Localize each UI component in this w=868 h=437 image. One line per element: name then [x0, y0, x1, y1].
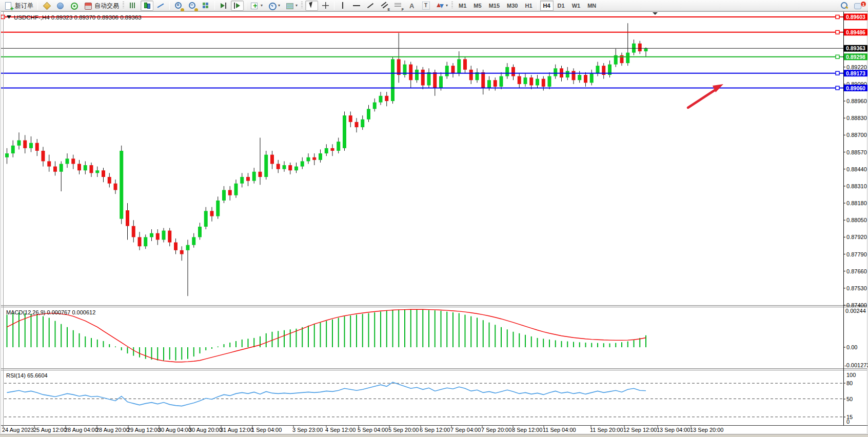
- timeframe-M1[interactable]: M1: [456, 1, 469, 11]
- price-badge-text: 0.89603: [846, 14, 865, 20]
- crosshair-button[interactable]: [319, 1, 332, 11]
- main-chart-pane[interactable]: [4, 12, 843, 305]
- notification-badge: 1: [860, 1, 866, 7]
- add-indicator-icon: [250, 2, 259, 10]
- new-order-button[interactable]: 新订单: [2, 1, 35, 11]
- zoom-in-button[interactable]: [172, 1, 185, 11]
- price-tick: 0.88310: [846, 183, 867, 189]
- price-tick: 0.87660: [846, 268, 867, 274]
- time-axis-label: 1 Sep 04:00: [251, 427, 282, 433]
- fibonacci-button[interactable]: [392, 1, 405, 11]
- price-badge-text: 0.89060: [846, 85, 865, 91]
- price-badge-0.89603: 0.89603: [844, 13, 867, 20]
- macd-axis-zero: 0.00: [846, 344, 857, 350]
- tile-windows-button[interactable]: [200, 1, 212, 11]
- price-tick: 0.87920: [846, 234, 867, 240]
- chart-window[interactable]: USDCHF-,H4 0.89323 0.89370 0.89306 0.893…: [0, 11, 868, 434]
- channel-button[interactable]: [378, 1, 391, 11]
- rsi-pane[interactable]: [4, 370, 843, 425]
- timeframe-H4[interactable]: H4: [540, 1, 554, 11]
- price-badge-0.89486: 0.89486: [844, 29, 867, 35]
- macd-pane[interactable]: [4, 307, 843, 368]
- cursor-button[interactable]: [305, 1, 318, 11]
- notifications-button[interactable]: 1: [852, 1, 864, 11]
- candlestick-chart-button[interactable]: [141, 1, 153, 11]
- signals-icon: [70, 2, 78, 10]
- time-axis-label: 7 Sep 20:00: [481, 427, 511, 433]
- terminal-button[interactable]: [54, 1, 67, 11]
- signals-button[interactable]: [68, 1, 81, 11]
- vertical-line-icon: [339, 2, 347, 10]
- cursor-icon: [307, 2, 316, 10]
- terminal-icon: [56, 2, 65, 10]
- time-axis-label: 13 Sep 04:00: [657, 427, 690, 433]
- metaeditor-button[interactable]: [40, 1, 53, 11]
- auto-scroll-icon: [219, 2, 228, 10]
- text-label-button[interactable]: [420, 1, 432, 11]
- toolbar-grip[interactable]: [123, 2, 124, 9]
- price-tick: 0.88700: [846, 132, 867, 138]
- auto-trading-button-label: 自动交易: [94, 2, 119, 9]
- crosshair-icon: [321, 2, 330, 10]
- templates-button[interactable]: [283, 1, 300, 11]
- tile-windows-icon: [202, 2, 210, 10]
- price-tick: 0.88570: [846, 149, 867, 155]
- bar-chart-button[interactable]: [127, 1, 140, 11]
- toolbar-buttons: 新订单自动交易M1M5M15M30H1H4D1W1MN: [2, 1, 600, 11]
- new-order-button-label: 新订单: [15, 2, 33, 9]
- auto-trading-button[interactable]: 自动交易: [82, 1, 121, 11]
- metaeditor-icon: [42, 2, 51, 10]
- auto-scroll-button[interactable]: [217, 1, 230, 11]
- time-axis-label: 28 Aug 20:00: [96, 427, 129, 433]
- periods-button[interactable]: [266, 1, 282, 11]
- price-tick: 0.88180: [846, 200, 867, 206]
- horizontal-line-button[interactable]: [350, 1, 363, 11]
- line-chart-button[interactable]: [154, 1, 167, 11]
- toolbar-separator: [214, 1, 215, 10]
- price-badge-0.89363: 0.89363: [844, 45, 867, 52]
- chart-canvas[interactable]: USDCHF-,H4 0.89323 0.89370 0.89306 0.893…: [0, 11, 868, 434]
- arrows-button[interactable]: [433, 1, 450, 11]
- rsi-axis-label: 50: [846, 396, 853, 402]
- toolbar-separator: [334, 1, 334, 10]
- timeframe-M5[interactable]: M5: [470, 1, 484, 11]
- price-tick: 0.88960: [846, 98, 867, 104]
- arrow-objects-icon: [436, 2, 444, 10]
- chart-title: USDCHF-,H4 0.89323 0.89370 0.89306 0.893…: [14, 14, 142, 21]
- toolbar-separator: [37, 1, 38, 10]
- toolbar-separator: [169, 1, 170, 10]
- price-tick: 0.88440: [846, 166, 867, 172]
- zoom-out-button[interactable]: [186, 1, 199, 11]
- price-badge-0.89060: 0.89060: [844, 85, 867, 91]
- chart-shift-button[interactable]: [231, 1, 244, 11]
- time-axis-label: 12 Sep 12:00: [623, 427, 657, 433]
- text-icon: [408, 2, 417, 10]
- bar-chart-icon: [129, 2, 137, 10]
- timeframe-MN[interactable]: MN: [584, 1, 599, 11]
- toolbar-grip[interactable]: [301, 2, 303, 9]
- timeframe-W1[interactable]: W1: [569, 1, 584, 11]
- timeframe-M15[interactable]: M15: [486, 1, 503, 11]
- new-order-icon: [4, 2, 13, 10]
- time-axis-label: 28 Aug 04:00: [65, 427, 98, 433]
- vertical-line-button[interactable]: [337, 1, 349, 11]
- text-button[interactable]: [406, 1, 419, 11]
- trendline-button[interactable]: [364, 1, 377, 11]
- time-axis-label: 29 Aug 12:00: [127, 427, 161, 433]
- price-badge-0.89298: 0.89298: [844, 53, 867, 60]
- clock-icon: [268, 2, 277, 10]
- timeframe-D1[interactable]: D1: [555, 1, 568, 11]
- toolbar-grip[interactable]: [451, 2, 453, 9]
- price-tick: 0.89220: [846, 64, 867, 70]
- auto-trading-icon: [84, 2, 92, 10]
- equidistant-channel-icon: [380, 2, 389, 10]
- trendline-icon: [366, 2, 375, 10]
- indicators-button[interactable]: [248, 1, 265, 11]
- timeframe-H1[interactable]: H1: [522, 1, 535, 11]
- template-icon: [285, 2, 294, 10]
- time-axis-label: 8 Sep 12:00: [512, 427, 542, 433]
- price-tick: 0.87790: [846, 251, 867, 257]
- search-button[interactable]: [838, 1, 851, 11]
- time-axis-label: 30 Aug 20:00: [189, 427, 222, 433]
- timeframe-M30[interactable]: M30: [504, 1, 521, 11]
